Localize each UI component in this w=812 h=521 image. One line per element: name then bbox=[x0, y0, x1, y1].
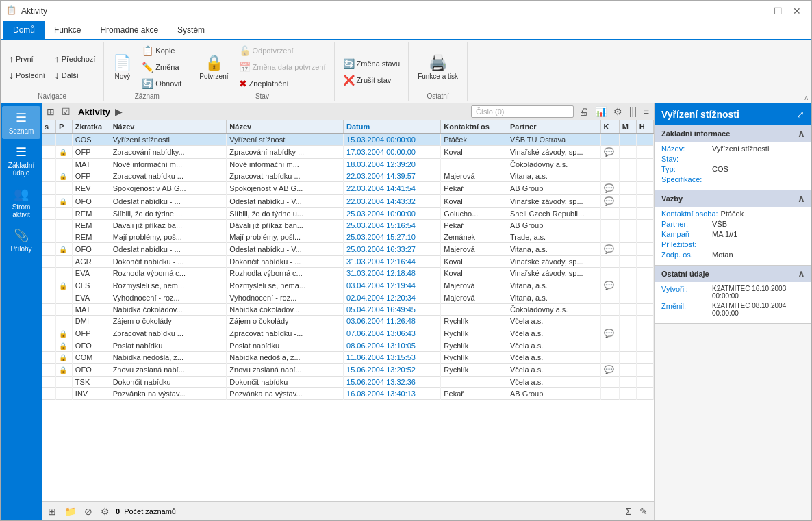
play-icon-btn[interactable]: ▶ bbox=[113, 105, 125, 118]
cancel-state-icon: ❌ bbox=[343, 75, 355, 86]
check-icon-btn[interactable]: ☑ bbox=[60, 105, 73, 118]
chart-toolbar-btn[interactable]: 📊 bbox=[593, 105, 609, 118]
cell-name1: Zpracování nabídky... bbox=[110, 146, 227, 159]
minimize-button[interactable]: — bbox=[750, 4, 767, 18]
cell-kontakt: Koval bbox=[441, 195, 507, 208]
cell-zkratka: AGR bbox=[72, 256, 110, 268]
settings-toolbar-btn[interactable]: ⚙ bbox=[611, 105, 624, 118]
tab-system[interactable]: Systém bbox=[168, 21, 214, 39]
col-header-s[interactable]: s bbox=[42, 120, 55, 134]
table-view-btn[interactable]: ⊞ bbox=[46, 505, 58, 518]
cell-name1: Nové informační m... bbox=[110, 159, 227, 170]
tab-domu[interactable]: Domů bbox=[3, 21, 45, 39]
zrusit-stav-button[interactable]: ❌ Zrušit stav bbox=[339, 73, 405, 88]
sum-btn[interactable]: Σ bbox=[623, 505, 633, 518]
table-row[interactable]: 🔒 CLS Rozmysleli se, nem... Rozmysleli s… bbox=[42, 279, 654, 292]
cell-kontakt: Ptáček bbox=[441, 134, 507, 146]
table-row[interactable]: DMI Zájem o čokolády Zájem o čokolády 03… bbox=[42, 316, 654, 327]
table-row[interactable]: REM Slíbili, že do týdne ... Slíbili, že… bbox=[42, 208, 654, 220]
settings-status-btn[interactable]: ⚙ bbox=[99, 505, 112, 518]
obnovit-button[interactable]: 🔄 Obnovit bbox=[138, 76, 186, 91]
cell-k: 💬 bbox=[600, 146, 619, 159]
export-btn[interactable]: ⤢ bbox=[796, 109, 804, 120]
table-row[interactable]: EVA Rozhodla výborná c... Rozhodla výbor… bbox=[42, 268, 654, 279]
section-zakladni-title[interactable]: Základní informace ∧ bbox=[655, 125, 811, 142]
tree-icon: 👥 bbox=[14, 186, 29, 201]
sidebar-item-seznam[interactable]: ☰ Seznam bbox=[2, 106, 40, 139]
close-button[interactable]: ✕ bbox=[788, 4, 806, 18]
edit-status-btn[interactable]: ✎ bbox=[637, 505, 650, 518]
table-row[interactable]: 🔒 OFO Odeslat nabídku - ... Odeslat nabí… bbox=[42, 195, 654, 208]
cell-h bbox=[636, 377, 653, 388]
table-row[interactable]: 🔒 OFP Zpracování nabídky... Zpracování n… bbox=[42, 146, 654, 159]
col-header-name2[interactable]: Název bbox=[227, 120, 344, 134]
cell-zkratka: OFO bbox=[72, 243, 110, 256]
table-row[interactable]: MAT Nabídka čokoládov... Nabídka čokolád… bbox=[42, 304, 654, 316]
prvni-button[interactable]: ↑ První bbox=[5, 51, 49, 66]
kopie-button[interactable]: 📋 Kopie bbox=[138, 43, 186, 58]
posledni-button[interactable]: ↓ Poslední bbox=[5, 68, 49, 83]
col-header-partner[interactable]: Partner bbox=[507, 120, 600, 134]
ribbon-collapse-button[interactable]: ∧ bbox=[804, 94, 809, 101]
cell-p bbox=[55, 182, 72, 195]
cell-k bbox=[600, 377, 619, 388]
cell-kontakt: Koval bbox=[441, 256, 507, 268]
lock-icon: 🔒 bbox=[59, 246, 67, 253]
print-toolbar-btn[interactable]: 🖨 bbox=[576, 105, 590, 118]
col-header-h[interactable]: H bbox=[636, 120, 653, 134]
sidebar-item-zakladni-udaje[interactable]: ☰ Základní údaje bbox=[2, 140, 40, 181]
folder-btn[interactable]: 📁 bbox=[62, 505, 78, 518]
table-row[interactable]: COS Vyřízení stížnosti Vyřízení stížnost… bbox=[42, 134, 654, 146]
table-icon-btn[interactable]: ⊞ bbox=[45, 105, 57, 118]
zneplatneni-button[interactable]: ✖ Zneplatnění bbox=[235, 76, 330, 91]
col-header-kontakt[interactable]: Kontaktní os bbox=[441, 120, 507, 134]
col-header-m[interactable]: M bbox=[619, 120, 636, 134]
table-body: COS Vyřízení stížnosti Vyřízení stížnost… bbox=[42, 134, 654, 400]
col-header-datum[interactable]: Datum bbox=[344, 120, 441, 134]
menu-toolbar-btn[interactable]: ≡ bbox=[642, 105, 651, 118]
col-header-name1[interactable]: Název bbox=[110, 120, 227, 134]
table-row[interactable]: REV Spokojenost v AB G... Spokojenost v … bbox=[42, 182, 654, 195]
table-row[interactable]: EVA Vyhodnocení - roz... Vyhodnocení - r… bbox=[42, 292, 654, 304]
col-header-zkratka[interactable]: Zkratka bbox=[72, 120, 110, 134]
table-row[interactable]: TSK Dokončit nabídku Dokončit nabídku 15… bbox=[42, 377, 654, 388]
content-toolbar: ⊞ ☑ Aktivity ▶ Číslo (0) 🖨 📊 ⚙ ||| ≡ bbox=[42, 103, 654, 120]
table-row[interactable]: AGR Dokončit nabídku - ... Dokončit nabí… bbox=[42, 256, 654, 268]
section-vazby-title[interactable]: Vazby ∧ bbox=[655, 190, 811, 207]
predchozi-button[interactable]: ↑ Předchozí bbox=[51, 51, 100, 66]
columns-toolbar-btn[interactable]: ||| bbox=[627, 105, 639, 118]
sidebar-item-strom-aktivit[interactable]: 👥 Strom aktivit bbox=[2, 182, 40, 223]
zmena-data-button[interactable]: 📅 Změna data potvrzení bbox=[235, 60, 330, 75]
info-icon: ☰ bbox=[16, 144, 27, 160]
table-row[interactable]: INV Pozvánka na výstav... Pozvánka na vý… bbox=[42, 388, 654, 400]
funkce-tisk-button[interactable]: 🖨️ Funkce a tisk bbox=[413, 51, 463, 83]
col-header-p[interactable]: P bbox=[55, 120, 72, 134]
table-row[interactable]: 🔒 OFO Znovu zaslaná nabí... Znovu zaslan… bbox=[42, 364, 654, 377]
zmena-button[interactable]: ✏️ Změna bbox=[138, 60, 186, 75]
cell-zkratka: TSK bbox=[72, 377, 110, 388]
novy-button[interactable]: 📄 Nový bbox=[108, 51, 136, 83]
table-row[interactable]: REM Mají problémy, poš... Mají problémy,… bbox=[42, 231, 654, 243]
restore-button[interactable]: ☐ bbox=[769, 4, 787, 18]
table-row[interactable]: 🔒 OFO Odeslat nabídku - ... Odeslat nabí… bbox=[42, 243, 654, 256]
cell-datum: 17.03.2004 00:00:00 bbox=[344, 146, 441, 159]
table-row[interactable]: MAT Nové informační m... Nové informační… bbox=[42, 159, 654, 170]
zmena-stavu-button[interactable]: 🔄 Změna stavu bbox=[339, 56, 405, 71]
table-row[interactable]: 🔒 OFP Zpracovat nabídku ... Zpracovat na… bbox=[42, 170, 654, 182]
table-row[interactable]: 🔒 OFP Zpracovat nabídku ... Zpracovat na… bbox=[42, 327, 654, 340]
tab-funkce[interactable]: Funkce bbox=[45, 21, 90, 39]
table-row[interactable]: 🔒 OFO Poslat nabídku Poslat nabídku 08.0… bbox=[42, 340, 654, 352]
table-container[interactable]: s P Zkratka Název Název Datum Kontaktní … bbox=[42, 120, 654, 501]
cell-name1: Dávali již příkaz ba... bbox=[110, 220, 227, 231]
table-row[interactable]: 🔒 COM Nabídka nedošla, z... Nabídka nedo… bbox=[42, 352, 654, 364]
potvrzeni-button[interactable]: 🔒 Potvrzení bbox=[194, 51, 233, 83]
tab-hromadne-akce[interactable]: Hromadné akce bbox=[90, 21, 168, 39]
dalsi-button[interactable]: ↓ Další bbox=[51, 68, 100, 83]
chat-icon: 💬 bbox=[604, 329, 614, 338]
sidebar-item-prilohy[interactable]: 📎 Přílohy bbox=[2, 224, 40, 257]
section-ostatni-title[interactable]: Ostatní údaje ∧ bbox=[655, 266, 811, 282]
table-row[interactable]: REM Dávali již příkaz ba... Dávali již p… bbox=[42, 220, 654, 231]
col-header-k[interactable]: K bbox=[600, 120, 619, 134]
filter-icon-btn[interactable]: ⊘ bbox=[82, 505, 94, 518]
odpotvrzeni-button[interactable]: 🔓 Odpotvrzení bbox=[235, 43, 330, 58]
